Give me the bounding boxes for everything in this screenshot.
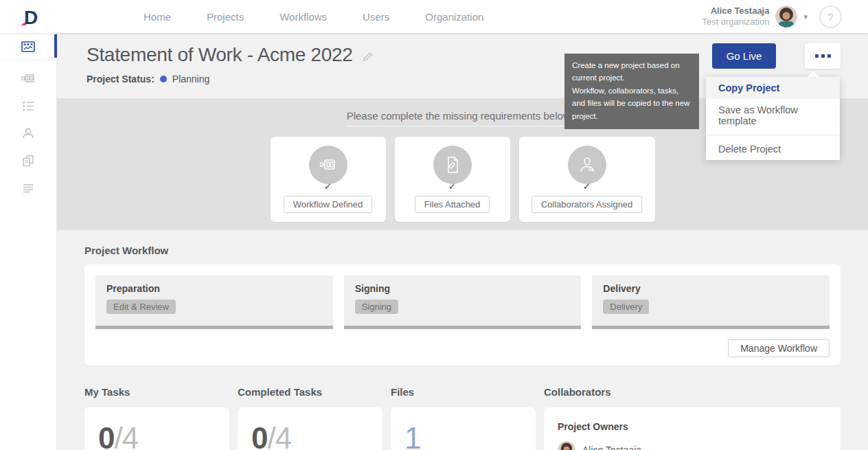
sidebar-item-log[interactable] [0, 175, 56, 202]
my-tasks-heading: My Tasks [84, 386, 229, 398]
my-tasks-total: /4 [114, 421, 138, 450]
user-name: Alice Testaaja [702, 5, 769, 16]
requirements-banner: Please complete the missing requirements… [347, 110, 579, 126]
stage-title: Preparation [106, 283, 322, 294]
files-heading: Files [391, 386, 536, 398]
completed-tasks-done: 0 [251, 421, 267, 450]
workflow-icon [21, 71, 36, 86]
workflow-heading: Project Workflow [84, 245, 841, 256]
check-icon: ✓ [448, 181, 457, 192]
svg-text:D: D [24, 7, 38, 27]
user-info: Alice Testaaja Test organization [702, 5, 769, 28]
nav-users[interactable]: Users [363, 11, 389, 23]
sidebar-item-files[interactable] [0, 147, 56, 175]
stage-tag: Delivery [603, 300, 649, 314]
nav-home[interactable]: Home [144, 11, 171, 23]
requirement-card-files: ✓ Files Attached [395, 137, 510, 222]
collaborators-heading: Collaborators [544, 386, 841, 398]
dashboard-icon [21, 39, 36, 54]
user-menu-caret-icon[interactable]: ▾ [803, 12, 808, 21]
menu-item-copy-project[interactable]: Copy Project [706, 77, 840, 99]
check-icon: ✓ [324, 181, 332, 192]
files-attached-button[interactable]: Files Attached [415, 196, 490, 213]
requirement-card-workflow: ✓ Workflow Defined [271, 137, 386, 222]
logo-icon: D [19, 5, 39, 27]
documents-icon [21, 153, 36, 168]
user-icon [21, 126, 36, 141]
my-tasks-card[interactable]: 0/4 [84, 407, 229, 450]
sidebar-item-workflow[interactable] [0, 65, 56, 92]
stats-section: My Tasks 0/4 Completed Tasks 0/4 Files [57, 386, 868, 450]
project-status-label: Project Status: [87, 74, 155, 85]
collaborators-assigned-icon [568, 146, 606, 184]
help-button[interactable]: ? [819, 5, 842, 28]
collaborators-assigned-button[interactable]: Collaborators Assigned [532, 196, 643, 213]
stage-preparation[interactable]: Preparation Edit & Review [95, 275, 333, 329]
menu-divider [706, 135, 840, 135]
menu-item-delete-project[interactable]: Delete Project [706, 138, 840, 160]
workflow-section: Project Workflow Preparation Edit & Revi… [57, 245, 868, 365]
owner-row[interactable]: Alice Testaaja [558, 441, 827, 450]
owner-name: Alice Testaaja [582, 445, 641, 450]
manage-workflow-button[interactable]: Manage Workflow [728, 339, 830, 357]
stage-delivery[interactable]: Delivery Delivery [592, 275, 830, 329]
sidebar-item-users[interactable] [0, 120, 56, 147]
top-nav: D Home Projects Workflows Users Organiza… [0, 0, 868, 33]
completed-tasks-card[interactable]: 0/4 [238, 407, 382, 450]
app-logo[interactable]: D [0, 5, 57, 27]
user-avatar[interactable] [775, 5, 797, 27]
edit-title-icon[interactable] [362, 51, 374, 63]
workflow-defined-button[interactable]: Workflow Defined [284, 196, 373, 213]
check-icon: ✓ [583, 181, 591, 192]
main-nav: Home Projects Workflows Users Organizati… [144, 11, 483, 23]
more-options-icon [815, 54, 831, 58]
requirement-card-collaborators: ✓ Collaborators Assigned [519, 137, 655, 222]
stage-title: Delivery [603, 283, 819, 294]
page-title: Statement of Work - Acme 2022 [87, 44, 353, 66]
list-icon [21, 181, 36, 196]
nav-workflows[interactable]: Workflows [279, 11, 327, 23]
workflow-card: Preparation Edit & Review Signing Signin… [84, 265, 841, 365]
completed-tasks-heading: Completed Tasks [238, 386, 382, 398]
workflow-defined-icon [309, 146, 347, 184]
user-organization: Test organization [702, 16, 769, 27]
menu-item-save-as-workflow-template[interactable]: Save as Workflow template [706, 99, 840, 132]
project-status-value: Planning [172, 74, 210, 85]
files-attached-icon [433, 146, 472, 184]
stage-title: Signing [355, 283, 571, 294]
nav-projects[interactable]: Projects [207, 11, 244, 23]
status-dot-icon [160, 76, 167, 82]
owner-avatar [558, 441, 575, 450]
tasks-icon [21, 98, 36, 113]
completed-tasks-total: /4 [267, 421, 291, 450]
sidebar-item-dashboard[interactable] [0, 33, 56, 60]
copy-project-tooltip: Create a new project based on current pr… [564, 54, 699, 129]
my-tasks-done: 0 [98, 421, 114, 450]
stage-signing[interactable]: Signing Signing [344, 275, 582, 329]
project-owners-label: Project Owners [558, 418, 827, 432]
stage-tag: Signing [355, 300, 398, 314]
sidebar [0, 33, 57, 450]
more-options-button[interactable] [805, 43, 841, 69]
files-card[interactable]: 1 [391, 407, 536, 450]
sidebar-item-tasks[interactable] [0, 92, 56, 120]
collaborators-card: Project Owners [544, 407, 841, 450]
nav-organization[interactable]: Organization [425, 11, 483, 23]
go-live-button[interactable]: Go Live [712, 43, 776, 69]
more-options-menu: Copy Project Save as Workflow template D… [706, 77, 840, 160]
stage-tag: Edit & Review [106, 300, 176, 314]
files-count: 1 [404, 421, 420, 450]
